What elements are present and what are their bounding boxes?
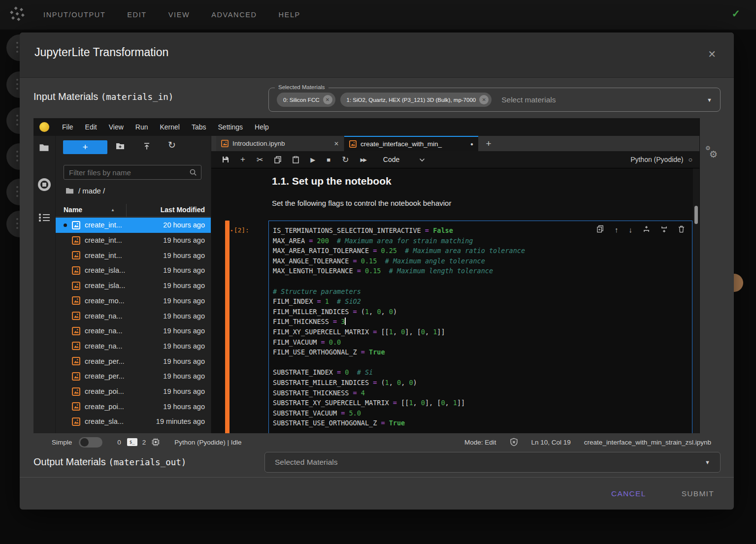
- code-line: MAX_AREA = 200 # Maximum area for strain…: [273, 236, 688, 246]
- material-chip[interactable]: 0: Silicon FCC✕: [277, 93, 335, 107]
- file-modified-time: 19 hours ago: [163, 357, 205, 365]
- unsaved-indicator-icon[interactable]: ●: [470, 141, 473, 147]
- lab-menu-tabs[interactable]: Tabs: [186, 123, 212, 131]
- simple-mode-toggle[interactable]: [79, 437, 102, 448]
- code-line: SUBSTRATE_THICKNESS = 4: [273, 388, 688, 398]
- app-menu-advanced[interactable]: ADVANCED: [211, 11, 257, 19]
- file-row[interactable]: create_isla...19 hours ago: [56, 278, 211, 293]
- close-icon[interactable]: ✕: [708, 48, 716, 60]
- kernel-status-icon: ○: [689, 156, 692, 163]
- scrollbar-thumb[interactable]: [694, 206, 698, 224]
- remove-chip-icon[interactable]: ✕: [323, 95, 332, 104]
- trust-shield-icon: [510, 438, 518, 447]
- output-materials-select[interactable]: Selected Materials ▼: [264, 452, 721, 473]
- chevron-down-icon[interactable]: ▼: [707, 97, 712, 103]
- notebook-file-icon: [72, 312, 80, 320]
- file-row[interactable]: create_isla...19 hours ago: [56, 263, 211, 278]
- cancel-button[interactable]: CANCEL: [605, 485, 652, 502]
- file-row[interactable]: create_int...19 hours ago: [56, 248, 211, 263]
- file-row[interactable]: create_poi...19 hours ago: [56, 384, 211, 399]
- file-name: create_int...: [85, 252, 122, 259]
- cell-prompt: •[2]:: [230, 226, 249, 234]
- input-materials-select[interactable]: Selected Materials 0: Silicon FCC✕1: SiO…: [268, 88, 721, 112]
- cell-collapser[interactable]: [225, 221, 230, 433]
- notebook-file-icon: [72, 327, 80, 335]
- lab-menu-help[interactable]: Help: [249, 123, 275, 131]
- file-row[interactable]: create_per...19 hours ago: [56, 353, 211, 369]
- breadcrumb[interactable]: / made /: [66, 187, 105, 195]
- settings-gears-icon[interactable]: ⚙⚙: [705, 146, 720, 160]
- new-tab-icon[interactable]: +: [478, 136, 499, 151]
- restart-run-all-icon[interactable]: ▶▶: [360, 157, 365, 162]
- notebook-file-icon: [72, 342, 80, 350]
- new-launcher-button[interactable]: +: [63, 140, 107, 154]
- remove-chip-icon[interactable]: ✕: [479, 95, 489, 104]
- file-row[interactable]: create_na...19 hours ago: [56, 339, 211, 354]
- tab-active[interactable]: create_interface_with_min_●: [344, 136, 478, 151]
- app-menu-help[interactable]: HELP: [279, 11, 300, 19]
- file-row[interactable]: create_int...19 hours ago: [56, 233, 211, 248]
- pyodide-logo-icon: [39, 122, 49, 132]
- move-cell-up-icon[interactable]: ↑: [615, 225, 619, 234]
- lab-menu-settings[interactable]: Settings: [212, 123, 249, 131]
- delete-cell-icon[interactable]: [678, 225, 685, 234]
- copy-icon[interactable]: [274, 156, 281, 163]
- cursor-position[interactable]: Ln 10, Col 19: [531, 439, 571, 446]
- app-menu-view[interactable]: VIEW: [168, 11, 190, 19]
- refresh-icon[interactable]: ↻: [168, 139, 176, 151]
- chevron-down-icon[interactable]: [419, 155, 425, 164]
- lab-menu-run[interactable]: Run: [130, 123, 154, 131]
- close-tab-icon[interactable]: ✕: [334, 140, 339, 147]
- run-icon[interactable]: ▶: [310, 156, 315, 163]
- insert-cell-icon[interactable]: +: [240, 155, 245, 164]
- kernels-count: 2: [142, 439, 146, 446]
- filter-files-input[interactable]: [64, 165, 201, 179]
- duplicate-cell-icon[interactable]: [597, 225, 604, 234]
- upload-icon[interactable]: [143, 142, 151, 152]
- file-name: create_int...: [85, 236, 122, 244]
- chevron-down-icon[interactable]: ▼: [705, 459, 710, 465]
- kernel-name[interactable]: Python (Pyodide) ○: [630, 156, 692, 163]
- running-sessions-icon[interactable]: [38, 178, 51, 191]
- file-browser-tab-icon[interactable]: [39, 143, 49, 154]
- filter-files-field[interactable]: [64, 165, 201, 180]
- cell-type-select[interactable]: Code: [383, 156, 399, 163]
- lab-menu-file[interactable]: File: [56, 123, 79, 131]
- modified-column-header[interactable]: Last Modified: [161, 206, 205, 214]
- submit-button[interactable]: SUBMIT: [676, 485, 720, 502]
- lab-menu-view[interactable]: View: [103, 123, 130, 131]
- file-row[interactable]: create_poi...19 hours ago: [56, 399, 211, 414]
- save-icon[interactable]: [222, 156, 229, 163]
- file-row[interactable]: create_per...19 hours ago: [56, 369, 211, 384]
- insert-cell-above-icon[interactable]: [643, 225, 650, 234]
- scrollbar[interactable]: [693, 168, 699, 433]
- tab-inactive[interactable]: Introduction.ipynb✕: [216, 136, 344, 151]
- stop-icon[interactable]: ■: [327, 156, 330, 163]
- file-row[interactable]: create_mo...19 hours ago: [56, 293, 211, 309]
- material-chip[interactable]: 1: SiO2, Quartz, HEX (P3_121) 3D (Bulk),…: [340, 93, 492, 107]
- file-modified-time: 19 hours ago: [163, 266, 205, 274]
- kernel-status-text[interactable]: Python (Pyodide) | Idle: [174, 439, 241, 446]
- code-line: [273, 357, 688, 368]
- file-row[interactable]: create_na...19 hours ago: [56, 308, 211, 323]
- file-row[interactable]: create_sla...19 minutes ago: [56, 414, 211, 429]
- move-cell-down-icon[interactable]: ↓: [629, 225, 633, 234]
- app-menu-edit[interactable]: EDIT: [127, 11, 146, 19]
- cut-icon[interactable]: ✂: [257, 155, 263, 164]
- name-column-header[interactable]: Name: [64, 206, 82, 214]
- app-menu-input-output[interactable]: INPUT/OUTPUT: [43, 11, 105, 19]
- file-modified-time: 19 hours ago: [163, 282, 205, 289]
- restart-kernel-icon[interactable]: ↻: [342, 155, 349, 165]
- code-line: # Structure parameters: [273, 287, 688, 297]
- new-folder-icon[interactable]: [116, 142, 125, 152]
- notebook-content: 1.1. Set up the notebook Set the followi…: [211, 168, 699, 433]
- file-row[interactable]: create_na...19 hours ago: [56, 323, 211, 339]
- lab-menu-edit[interactable]: Edit: [79, 123, 103, 131]
- code-editor[interactable]: IS_TERMINATIONS_SELECTION_INTERACTIVE = …: [268, 221, 692, 433]
- table-of-contents-icon[interactable]: [39, 214, 50, 222]
- insert-cell-below-icon[interactable]: [660, 225, 668, 234]
- file-row[interactable]: create_int...20 hours ago: [56, 218, 211, 233]
- file-name: create_per...: [85, 357, 125, 365]
- paste-icon[interactable]: [293, 156, 299, 163]
- lab-menu-kernel[interactable]: Kernel: [154, 123, 185, 131]
